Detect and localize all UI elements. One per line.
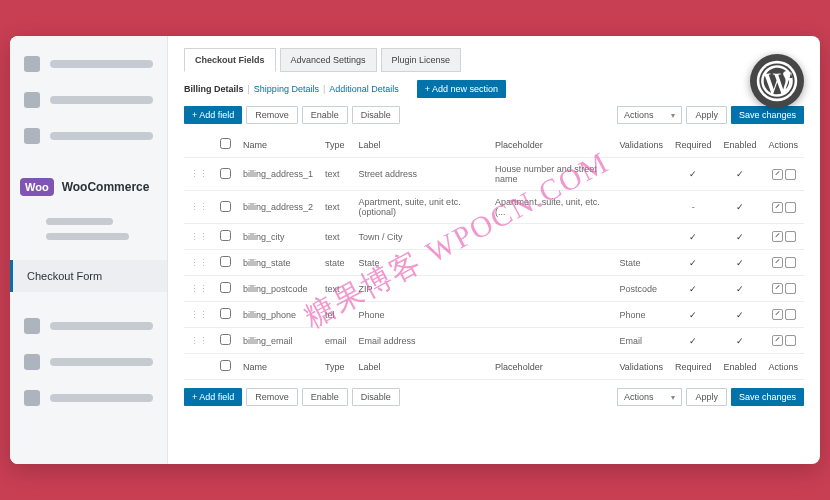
sidebar-item-checkout-form[interactable]: Checkout Form xyxy=(10,260,167,292)
edit-icon[interactable] xyxy=(772,257,783,268)
main-content: Checkout Fields Advanced Settings Plugin… xyxy=(168,36,820,464)
toolbar-bottom: + Add field Remove Enable Disable Action… xyxy=(184,388,804,406)
cell-validations: Email xyxy=(614,328,669,354)
sidebar: Woo WooCommerce Checkout Form xyxy=(10,36,168,464)
gear-icon xyxy=(24,128,40,144)
drag-handle-icon[interactable]: ⋮⋮ xyxy=(184,328,214,354)
sidebar-item-placeholder-4[interactable] xyxy=(20,312,157,340)
cell-type: text xyxy=(319,191,353,224)
drag-handle-icon[interactable]: ⋮⋮ xyxy=(184,224,214,250)
sidebar-sub-placeholder[interactable] xyxy=(46,218,113,225)
col-label: Label xyxy=(353,132,490,158)
drag-handle-icon[interactable]: ⋮⋮ xyxy=(184,158,214,191)
col-required: Required xyxy=(669,132,718,158)
cell-actions xyxy=(762,302,804,328)
tab-advanced-settings[interactable]: Advanced Settings xyxy=(280,48,377,72)
enable-button[interactable]: Enable xyxy=(302,388,348,406)
add-section-button[interactable]: + Add new section xyxy=(417,80,506,98)
table-header-row: Name Type Label Placeholder Validations … xyxy=(184,132,804,158)
add-field-button[interactable]: + Add field xyxy=(184,388,242,406)
sidebar-sub-placeholder[interactable] xyxy=(46,233,129,240)
row-checkbox[interactable] xyxy=(220,168,231,179)
cell-actions xyxy=(762,328,804,354)
save-changes-button[interactable]: Save changes xyxy=(731,106,804,124)
tab-checkout-fields[interactable]: Checkout Fields xyxy=(184,48,276,72)
remove-button[interactable]: Remove xyxy=(246,388,298,406)
copy-icon[interactable] xyxy=(785,257,796,268)
tab-plugin-license[interactable]: Plugin License xyxy=(381,48,462,72)
cell-name: billing_state xyxy=(237,250,319,276)
row-checkbox[interactable] xyxy=(220,256,231,267)
cell-type: state xyxy=(319,250,353,276)
cell-type: text xyxy=(319,224,353,250)
cell-enabled: ✓ xyxy=(717,328,762,354)
sidebar-item-placeholder-3[interactable] xyxy=(20,122,157,150)
cell-name: billing_phone xyxy=(237,302,319,328)
edit-icon[interactable] xyxy=(772,283,783,294)
row-checkbox[interactable] xyxy=(220,282,231,293)
bulk-actions-select[interactable]: Actions xyxy=(617,106,683,124)
select-all-checkbox[interactable] xyxy=(220,138,231,149)
disable-button[interactable]: Disable xyxy=(352,388,400,406)
drag-handle-icon[interactable]: ⋮⋮ xyxy=(184,276,214,302)
sidebar-item-placeholder-2[interactable] xyxy=(20,86,157,114)
col-validations: Validations xyxy=(614,132,669,158)
save-changes-button[interactable]: Save changes xyxy=(731,388,804,406)
bulk-actions-select[interactable]: Actions xyxy=(617,388,683,406)
cell-required: ✓ xyxy=(669,158,718,191)
cell-label: Street address xyxy=(353,158,490,191)
cell-type: text xyxy=(319,276,353,302)
cell-required: ✓ xyxy=(669,302,718,328)
cell-name: billing_city xyxy=(237,224,319,250)
drag-handle-icon[interactable]: ⋮⋮ xyxy=(184,302,214,328)
sidebar-item-placeholder-5[interactable] xyxy=(20,348,157,376)
cell-required: ✓ xyxy=(669,328,718,354)
cell-label: ZIP xyxy=(353,276,490,302)
col-actions: Actions xyxy=(762,132,804,158)
edit-icon[interactable] xyxy=(772,231,783,242)
copy-icon[interactable] xyxy=(785,309,796,320)
subtab-shipping[interactable]: Shipping Details xyxy=(254,84,319,94)
copy-icon[interactable] xyxy=(785,335,796,346)
cell-enabled: ✓ xyxy=(717,250,762,276)
edit-icon[interactable] xyxy=(772,169,783,180)
select-all-checkbox-footer[interactable] xyxy=(220,360,231,371)
page-icon xyxy=(24,318,40,334)
cell-name: billing_email xyxy=(237,328,319,354)
cell-label: Email address xyxy=(353,328,490,354)
col-placeholder: Placeholder xyxy=(489,132,613,158)
apply-button[interactable]: Apply xyxy=(686,388,727,406)
cell-name: billing_address_1 xyxy=(237,158,319,191)
subtab-billing[interactable]: Billing Details xyxy=(184,84,244,94)
edit-icon[interactable] xyxy=(772,335,783,346)
sidebar-item-placeholder-6[interactable] xyxy=(20,384,157,412)
copy-icon[interactable] xyxy=(785,231,796,242)
drag-handle-icon[interactable]: ⋮⋮ xyxy=(184,250,214,276)
drag-handle-icon[interactable]: ⋮⋮ xyxy=(184,191,214,224)
copy-icon[interactable] xyxy=(785,202,796,213)
add-field-button[interactable]: + Add field xyxy=(184,106,242,124)
copy-icon[interactable] xyxy=(785,283,796,294)
sidebar-item-placeholder-1[interactable] xyxy=(20,50,157,78)
remove-button[interactable]: Remove xyxy=(246,106,298,124)
apply-button[interactable]: Apply xyxy=(686,106,727,124)
row-checkbox[interactable] xyxy=(220,230,231,241)
edit-icon[interactable] xyxy=(772,309,783,320)
copy-icon[interactable] xyxy=(785,169,796,180)
row-checkbox[interactable] xyxy=(220,201,231,212)
edit-icon[interactable] xyxy=(772,202,783,213)
cell-label: Phone xyxy=(353,302,490,328)
col-name: Name xyxy=(237,132,319,158)
enable-button[interactable]: Enable xyxy=(302,106,348,124)
woo-label: WooCommerce xyxy=(62,180,150,194)
sidebar-item-woocommerce[interactable]: Woo WooCommerce xyxy=(20,174,157,200)
sidebar-text-placeholder xyxy=(50,322,153,330)
disable-button[interactable]: Disable xyxy=(352,106,400,124)
table-row: ⋮⋮billing_statestateStateState✓✓ xyxy=(184,250,804,276)
subtab-additional[interactable]: Additional Details xyxy=(329,84,399,94)
wrench-icon xyxy=(24,390,40,406)
row-checkbox[interactable] xyxy=(220,308,231,319)
cell-placeholder xyxy=(489,250,613,276)
row-checkbox[interactable] xyxy=(220,334,231,345)
cell-validations: Postcode xyxy=(614,276,669,302)
